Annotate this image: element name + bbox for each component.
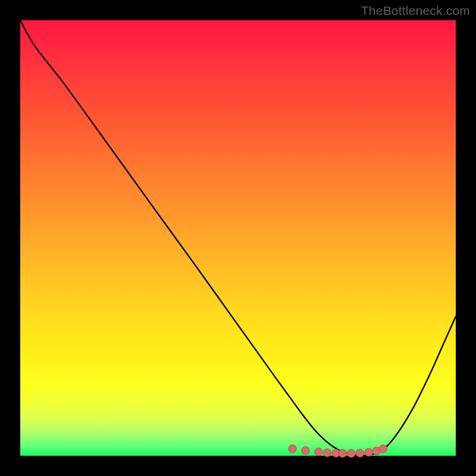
- plot-area: [20, 20, 456, 456]
- optimal-marker: [339, 449, 346, 457]
- optimal-marker: [347, 449, 355, 457]
- optimal-marker: [323, 449, 331, 456]
- optimal-marker: [315, 448, 322, 456]
- bottleneck-curve: [20, 20, 456, 456]
- bottleneck-curve-svg: [20, 20, 456, 456]
- optimal-marker: [365, 448, 372, 456]
- optimal-range-markers: [289, 445, 387, 458]
- optimal-marker: [289, 445, 296, 453]
- optimal-marker: [302, 447, 309, 455]
- attribution-text: TheBottleneck.com: [361, 4, 470, 18]
- optimal-marker: [356, 449, 364, 457]
- optimal-marker: [379, 445, 387, 453]
